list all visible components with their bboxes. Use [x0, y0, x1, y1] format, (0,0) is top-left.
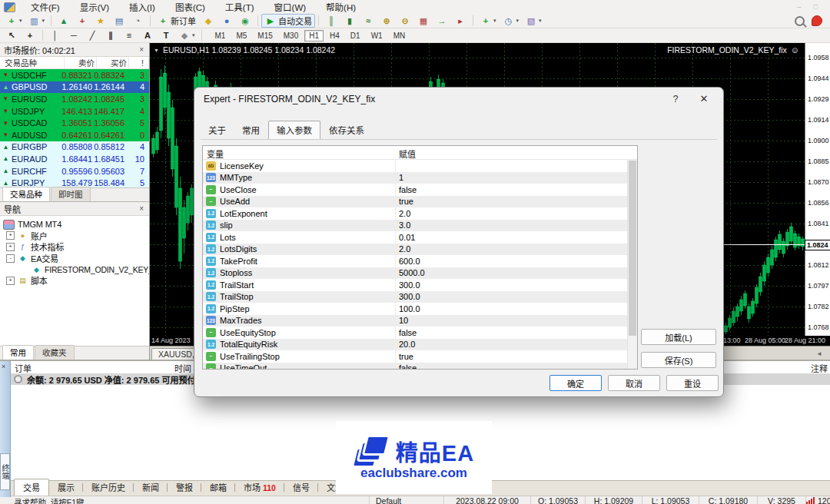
param-row-PipStep[interactable]: 1.2PipStep100.0	[203, 303, 637, 315]
market-row-GBPUSD[interactable]: ▲GBPUSD1.261401.261444	[0, 81, 149, 94]
scrollbar[interactable]	[627, 159, 637, 369]
indicators-icon[interactable]: +▾	[476, 14, 500, 28]
data-window-icon[interactable]: +	[73, 14, 91, 28]
crosshair-icon[interactable]: +	[21, 28, 39, 42]
dropdown-arrow-icon[interactable]: ▾	[493, 18, 496, 24]
dropdown-arrow-icon[interactable]: ▾	[539, 18, 542, 24]
market-watch-tab-1[interactable]: 即时图	[51, 187, 91, 201]
expand-icon[interactable]: +	[6, 277, 15, 285]
param-row-UseTimeOut[interactable]: ~UseTimeOutfalse	[203, 363, 637, 370]
param-row-UseClose[interactable]: ~UseClosefalse	[203, 184, 637, 196]
param-row-UseEquityStop[interactable]: ~UseEquityStopfalse	[203, 327, 637, 339]
timeframe-H1[interactable]: H1	[304, 30, 324, 41]
navigator-root[interactable]: TMGM MT4	[3, 219, 149, 230]
menu-item-0[interactable]: 文件(F)	[21, 0, 70, 14]
timeframe-MN[interactable]: MN	[389, 30, 410, 41]
timeframe-M5[interactable]: M5	[231, 30, 251, 41]
market-row-USDCHF[interactable]: ▼USDCHF0.883210.883243	[0, 69, 149, 81]
terminal-tab-邮箱[interactable]: 邮箱	[201, 479, 235, 496]
param-row-TakeProfit[interactable]: 1.2TakeProfit600.0	[203, 255, 637, 267]
navigator-tab-1[interactable]: 收藏夹	[35, 345, 75, 360]
market-row-EURCHF[interactable]: ▲EURCHF0.955960.956037	[0, 165, 149, 177]
param-row-LicenseKey[interactable]: abLicenseKey	[203, 160, 637, 172]
tab-scroll-left-icon[interactable]: ◄	[816, 350, 822, 357]
vertical-line-icon[interactable]: │	[46, 28, 65, 42]
terminal-tab-展示[interactable]: 展示	[49, 479, 83, 496]
param-row-MaxTrades[interactable]: 123MaxTrades10	[203, 315, 637, 327]
ok-button[interactable]: 确定	[549, 375, 602, 391]
param-row-Stoploss[interactable]: 1.2Stoploss5000.0	[203, 267, 637, 280]
autotrading-button[interactable]: ▶自动交易	[261, 14, 315, 28]
close-icon[interactable]: ×	[138, 45, 145, 54]
navigator-tab-0[interactable]: 常用	[2, 345, 34, 360]
param-row-UseAdd[interactable]: ~UseAddtrue	[203, 196, 637, 208]
param-row-Lots[interactable]: 1.2Lots0.01	[203, 231, 637, 244]
minimize-button[interactable]: –	[798, 3, 802, 11]
terminal-tab-新闻[interactable]: 新闻	[134, 479, 168, 496]
market-row-EURAUD[interactable]: ▲EURAUD1.684411.6845110	[0, 153, 149, 165]
expand-icon[interactable]: +	[6, 231, 15, 240]
close-icon[interactable]: ×	[2, 363, 5, 370]
profiles-icon[interactable]: ▥▾	[25, 14, 48, 28]
terminal-tab-信号[interactable]: 信号	[284, 479, 318, 496]
tile-windows-icon[interactable]: ▦	[414, 14, 433, 28]
dialog-tab-0[interactable]: 关于	[201, 121, 234, 139]
expand-icon[interactable]: +	[6, 243, 15, 251]
channel-icon[interactable]: ∥	[101, 28, 120, 42]
terminal-tab-警报[interactable]: 警报	[168, 479, 201, 496]
param-row-LotExponent[interactable]: 1.2LotExponent2.0	[203, 207, 637, 220]
timeframe-M30[interactable]: M30	[279, 30, 303, 41]
dialog-tab-2[interactable]: 输入参数	[268, 121, 320, 140]
strategy-tester-icon[interactable]: ◔	[128, 14, 147, 28]
nav-item-1[interactable]: +ƒ技术指标	[3, 241, 149, 253]
zoom-in-icon[interactable]: ⊕	[377, 14, 396, 28]
terminal-tab-账户历史[interactable]: 账户历史	[83, 479, 134, 496]
collapse-icon[interactable]: -	[6, 254, 15, 263]
nav-item-4[interactable]: +▤脚本	[3, 275, 149, 287]
market-row-USDCAD[interactable]: ▼USDCAD1.360511.360565	[0, 117, 149, 129]
nav-item-2[interactable]: -◆EA交易	[3, 253, 149, 264]
trendline-icon[interactable]: ╱	[83, 28, 101, 42]
timeframe-H4[interactable]: H4	[325, 30, 344, 41]
market-watch-icon[interactable]: ▲	[55, 14, 73, 28]
text-label-icon[interactable]: T	[157, 28, 175, 42]
nav-item-0[interactable]: +●账户	[3, 230, 149, 242]
notifications-icon[interactable]	[812, 15, 822, 26]
timeframe-W1[interactable]: W1	[367, 30, 387, 41]
param-row-TrailStart[interactable]: 1.2TrailStart300.0	[203, 279, 637, 291]
line-chart-icon[interactable]: ≈	[359, 14, 377, 28]
terminal-side-tab[interactable]: 终端	[0, 453, 10, 490]
chart-shift-icon[interactable]: ▸	[451, 14, 470, 28]
dropdown-arrow-icon[interactable]: ▾	[192, 32, 195, 38]
scrollbar-thumb[interactable]	[629, 161, 636, 336]
terminal-tab-交易[interactable]: 交易	[14, 479, 49, 496]
nav-item-3[interactable]: ◆FIRESTORM_ODIN_V2_KEY_fix	[3, 264, 149, 275]
cursor-icon[interactable]: ↖	[2, 28, 21, 42]
market-row-AUDUSD[interactable]: ▼AUDUSD0.642610.642610	[0, 129, 149, 141]
new-order-button[interactable]: +新订单	[154, 14, 199, 28]
auto-scroll-icon[interactable]: →	[433, 14, 451, 28]
chevron-down-icon[interactable]: ▼	[154, 48, 159, 53]
param-row-LotsDigits[interactable]: 1.2LotsDigits2.0	[203, 244, 637, 256]
terminal-icon[interactable]: ▤	[110, 14, 128, 28]
param-row-TotalEquityRisk[interactable]: 1.2TotalEquityRisk20.0	[203, 339, 637, 351]
param-row-slip[interactable]: 1.2slip3.0	[203, 220, 637, 232]
terminal-tab-市场[interactable]: 市场110	[235, 479, 284, 496]
metaeditor-icon[interactable]: ◆	[199, 14, 217, 28]
close-icon[interactable]: ×	[138, 204, 145, 213]
dropdown-arrow-icon[interactable]: ▾	[42, 18, 45, 24]
cancel-button[interactable]: 取消	[608, 375, 660, 391]
menu-item-5[interactable]: 窗口(W)	[264, 0, 317, 14]
dialog-tab-3[interactable]: 依存关系	[321, 121, 372, 139]
market-app-icon[interactable]: ◉	[236, 14, 254, 28]
templates-icon[interactable]: ▧▾	[522, 14, 545, 28]
shapes-icon[interactable]: ◆▾	[175, 28, 198, 42]
zoom-out-icon[interactable]: ⊖	[396, 14, 414, 28]
menu-item-6[interactable]: 帮助(H)	[316, 0, 366, 14]
restore-button[interactable]: □	[814, 3, 818, 11]
help-button[interactable]: ?	[670, 94, 681, 104]
menu-item-1[interactable]: 显示(V)	[70, 0, 119, 14]
market-row-EURUSD[interactable]: ▼EURUSD1.082421.082453	[0, 93, 149, 105]
save-button[interactable]: 保存(S)	[641, 352, 716, 368]
community-icon[interactable]: ●	[217, 14, 236, 28]
